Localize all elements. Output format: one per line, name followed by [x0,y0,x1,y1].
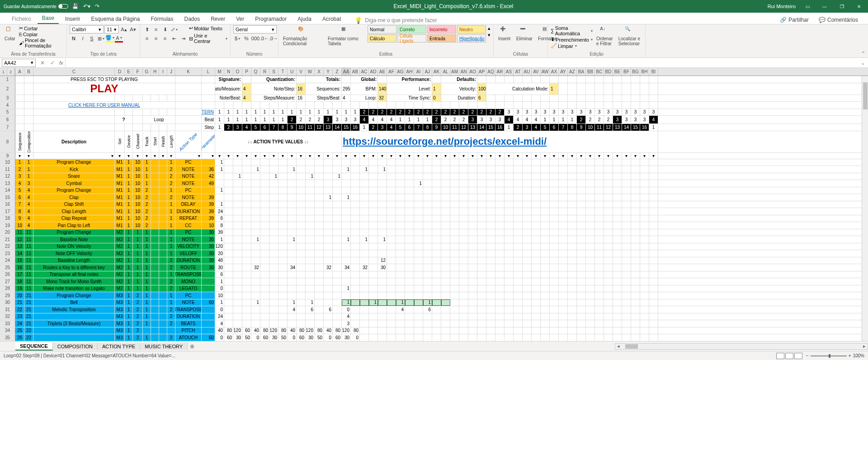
device-cell[interactable]: 1 [125,194,133,201]
value-cell[interactable] [604,278,613,285]
value-cell[interactable] [586,243,595,250]
set-cell[interactable]: M2 [115,243,125,250]
cell[interactable] [342,76,351,83]
value-cell[interactable]: 40 [215,327,224,334]
value-cell[interactable] [278,243,288,250]
cell[interactable] [595,76,604,83]
comp-cell[interactable]: 21 [24,292,33,299]
value-cell[interactable] [541,264,550,271]
col-header[interactable]: G [143,68,151,76]
row-header[interactable]: 26 [0,271,15,278]
value-cell[interactable] [459,173,468,180]
set-cell[interactable]: M2 [115,271,125,278]
cell[interactable] [360,102,369,109]
value-cell[interactable] [269,215,278,222]
value-cell[interactable] [396,292,405,299]
value-cell[interactable] [514,264,523,271]
value-cell[interactable] [387,257,396,264]
start-cell[interactable] [151,180,159,187]
col-header[interactable]: AX [550,68,559,76]
value-cell[interactable] [369,285,378,292]
value-cell[interactable] [550,334,559,341]
value-cell[interactable] [414,250,423,257]
value-cell[interactable] [505,334,514,341]
cell[interactable] [622,76,631,83]
value-cell[interactable] [631,222,640,229]
value-cell[interactable] [405,236,414,243]
value-cell[interactable]: 20 [215,250,224,257]
value-cell[interactable] [224,187,233,194]
start-cell[interactable] [151,236,159,243]
row-header[interactable]: 11 [0,166,15,173]
cell[interactable] [649,83,658,95]
value-cell[interactable]: 1 [342,299,351,306]
length-cell[interactable]: 2 [167,194,175,201]
param-cell[interactable]: 30 [202,257,215,264]
length-header[interactable]: Length [167,131,175,152]
value-cell[interactable] [604,250,613,257]
value-cell[interactable] [649,201,658,208]
value-cell[interactable] [541,180,550,187]
value-cell[interactable] [278,222,288,229]
value-cell[interactable]: 80 [297,327,306,334]
value-cell[interactable] [396,250,405,257]
comp-cell[interactable]: 11 [24,271,33,278]
value-cell[interactable] [324,257,333,264]
value-cell[interactable] [369,264,378,271]
channel-cell[interactable]: 1 [133,285,143,292]
value-cell[interactable] [541,187,550,194]
value-cell[interactable] [324,166,333,173]
value-cell[interactable] [441,320,450,327]
value-cell[interactable] [649,180,658,187]
beat-cell[interactable]: 3 [324,116,333,123]
value-cell[interactable]: 80 [333,327,342,334]
track-cell[interactable]: 1 [143,264,151,271]
value-cell[interactable] [269,201,278,208]
step-cell[interactable]: 10 [297,124,306,131]
value-cell[interactable] [514,299,523,306]
value-cell[interactable] [288,320,297,327]
value-cell[interactable] [604,271,613,278]
value-cell[interactable] [523,222,532,229]
value-cell[interactable] [233,159,242,166]
track-cell[interactable]: 2 [143,215,151,222]
value-cell[interactable] [224,208,233,215]
device-cell[interactable]: 1 [125,334,133,341]
value-cell[interactable] [260,250,269,257]
filter-icon[interactable]: ▾ [260,153,269,159]
value-cell[interactable] [324,208,333,215]
value-cell[interactable] [613,187,622,194]
style-hiper[interactable]: Hiperligação [457,34,486,43]
actiontype-cell[interactable]: NOTE [175,166,202,173]
value-cell[interactable] [387,271,396,278]
filter-icon[interactable]: ▾ [269,153,278,159]
value-cell[interactable] [486,320,495,327]
finish-cell[interactable] [159,180,167,187]
value-cell[interactable] [586,229,595,236]
value-cell[interactable] [495,166,505,173]
value-cell[interactable] [559,222,568,229]
finish-cell[interactable] [159,292,167,299]
cancel-formula-icon[interactable]: ✕ [38,59,47,67]
velocity-value[interactable]: 100 [477,83,486,95]
value-cell[interactable] [622,285,631,292]
tab-rever[interactable]: Rever [206,14,230,24]
value-cell[interactable] [378,180,387,187]
row-header[interactable]: 17 [0,208,15,215]
filter-icon[interactable]: ▾ [405,153,414,159]
set-cell[interactable]: M2 [115,278,125,285]
value-cell[interactable] [432,243,441,250]
pattern-cell[interactable]: 3 [622,109,631,116]
track-cell[interactable]: 2 [143,187,151,194]
beat-cell[interactable]: 2 [306,116,315,123]
value-cell[interactable] [640,306,649,313]
value-cell[interactable] [242,278,251,285]
length-cell[interactable]: 1 [167,243,175,250]
finish-cell[interactable] [159,215,167,222]
col-header[interactable]: L [202,68,215,76]
value-cell[interactable]: 6 [324,306,333,313]
value-cell[interactable] [622,334,631,341]
value-cell[interactable] [324,271,333,278]
cell[interactable] [167,109,175,116]
comp-cell[interactable]: 1 [24,159,33,166]
